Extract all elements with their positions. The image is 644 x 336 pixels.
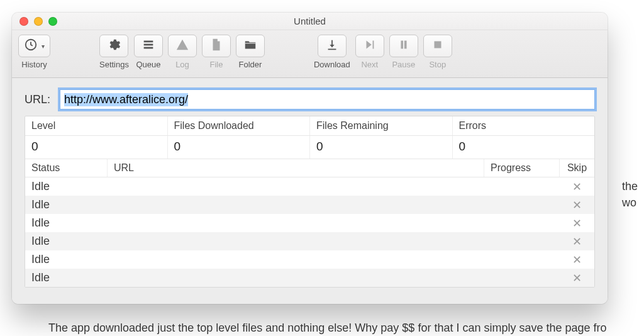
chevron-down-icon: ▾ — [42, 43, 45, 50]
folder-button[interactable] — [236, 35, 265, 57]
row-status: Idle — [25, 196, 107, 213]
svg-rect-6 — [434, 42, 441, 48]
level-header: Level — [25, 116, 167, 135]
svg-rect-3 — [144, 47, 153, 49]
toolbar: ▾ History Settings Queue — [12, 30, 608, 78]
skip-icon[interactable]: ✕ — [572, 272, 582, 284]
svg-rect-5 — [404, 41, 407, 49]
row-progress — [484, 258, 559, 262]
row-url — [107, 240, 484, 244]
skip-icon[interactable]: ✕ — [572, 254, 582, 266]
minimize-window-button[interactable] — [34, 17, 43, 26]
stop-icon — [431, 38, 445, 54]
level-value: 0 — [25, 136, 167, 159]
row-status: Idle — [25, 233, 107, 250]
folder-icon — [243, 38, 257, 54]
row-url — [107, 203, 484, 207]
svg-rect-1 — [144, 41, 153, 43]
row-status: Idle — [25, 178, 107, 195]
row-progress — [484, 185, 559, 189]
column-url[interactable]: URL — [107, 159, 484, 177]
log-label: Log — [175, 60, 189, 69]
window-title: Untitled — [12, 16, 608, 26]
row-url — [107, 276, 484, 280]
row-progress — [484, 276, 559, 280]
row-progress — [484, 221, 559, 225]
column-skip[interactable]: Skip — [559, 159, 594, 177]
table-row[interactable]: Idle ✕ — [25, 232, 594, 250]
errors-value: 0 — [452, 136, 595, 159]
status-panel: Level Files Downloaded Files Remaining E… — [25, 116, 595, 288]
queue-button[interactable] — [134, 35, 163, 57]
skip-icon[interactable]: ✕ — [572, 199, 582, 211]
history-button[interactable]: ▾ — [18, 35, 50, 57]
background-bottom-fragment: The app downloaded just the top level fi… — [48, 322, 607, 335]
files-remaining-header: Files Remaining — [309, 116, 452, 135]
row-url — [107, 221, 484, 225]
gear-icon — [107, 38, 121, 54]
close-window-button[interactable] — [19, 17, 28, 26]
row-status: Idle — [25, 215, 107, 232]
files-remaining-value: 0 — [309, 136, 452, 159]
file-label: File — [210, 60, 223, 69]
files-downloaded-value: 0 — [167, 136, 310, 159]
folder-label: Folder — [239, 60, 262, 69]
row-url — [107, 185, 484, 189]
download-button[interactable] — [318, 35, 347, 57]
next-label: Next — [361, 60, 378, 69]
list-icon — [142, 38, 155, 54]
history-label: History — [21, 60, 47, 69]
settings-button[interactable] — [99, 35, 128, 57]
pause-label: Pause — [392, 60, 415, 69]
files-downloaded-header: Files Downloaded — [167, 116, 310, 135]
column-progress[interactable]: Progress — [484, 159, 559, 177]
skip-icon[interactable]: ✕ — [572, 181, 582, 193]
row-status: Idle — [25, 269, 107, 286]
content-area: URL: Level Files Downloaded Files Remain… — [12, 78, 608, 304]
row-status: Idle — [25, 251, 107, 268]
next-button[interactable] — [355, 35, 384, 57]
row-url — [107, 258, 484, 262]
svg-rect-2 — [144, 44, 153, 46]
titlebar: Untitled — [12, 13, 608, 30]
background-right-fragment: the wo — [619, 178, 644, 211]
download-icon — [325, 38, 339, 54]
table-row[interactable]: Idle ✕ — [25, 177, 594, 196]
table-row[interactable]: Idle ✕ — [25, 214, 594, 232]
errors-header: Errors — [452, 116, 595, 135]
skip-icon[interactable]: ✕ — [572, 218, 582, 229]
url-input[interactable] — [60, 89, 595, 109]
url-label: URL: — [25, 93, 55, 106]
log-button[interactable] — [168, 35, 197, 57]
table-row[interactable]: Idle ✕ — [25, 250, 594, 269]
table-row[interactable]: Idle ✕ — [25, 196, 594, 214]
file-icon — [209, 38, 223, 54]
row-progress — [484, 203, 559, 207]
row-progress — [484, 240, 559, 244]
next-icon — [363, 38, 377, 54]
clock-icon — [24, 38, 38, 54]
svg-rect-4 — [401, 41, 403, 49]
zoom-window-button[interactable] — [48, 17, 57, 26]
table-row[interactable]: Idle ✕ — [25, 269, 594, 287]
stop-label: Stop — [429, 60, 446, 69]
file-button[interactable] — [202, 35, 231, 57]
queue-label: Queue — [136, 60, 160, 69]
app-window: Untitled ▾ History Settings — [12, 13, 608, 304]
queue-table-body: Idle ✕ Idle ✕ Idle ✕ — [25, 177, 594, 287]
download-label: Download — [314, 60, 350, 69]
warning-icon — [175, 38, 189, 54]
stop-button[interactable] — [423, 35, 452, 57]
settings-label: Settings — [99, 60, 129, 69]
skip-icon[interactable]: ✕ — [572, 236, 582, 247]
column-status[interactable]: Status — [25, 159, 107, 177]
pause-button[interactable] — [389, 35, 418, 57]
pause-icon — [397, 38, 411, 54]
